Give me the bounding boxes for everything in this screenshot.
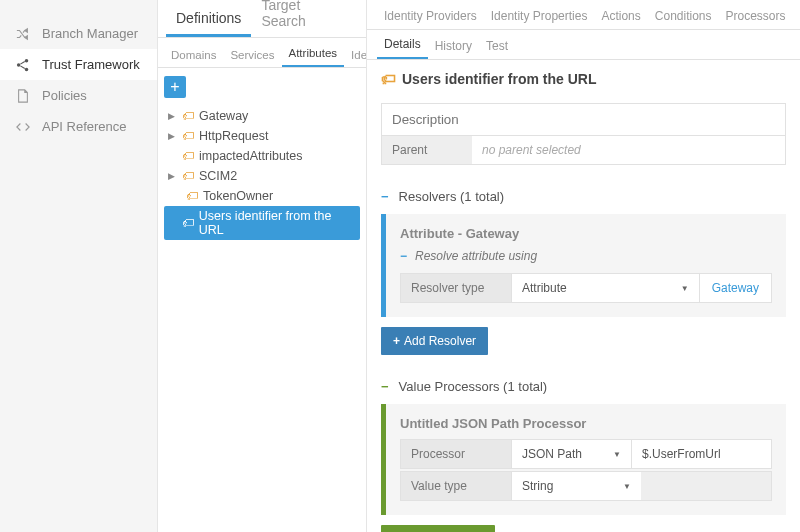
resolver-card: Attribute - Gateway − Resolve attribute …: [381, 214, 786, 317]
shuffle-icon: [14, 27, 32, 41]
tag-icon: 🏷: [182, 216, 195, 230]
detail-tab-details[interactable]: Details: [377, 37, 428, 59]
subtab-processors[interactable]: Processors: [719, 9, 793, 29]
nav-branch-manager[interactable]: Branch Manager: [0, 18, 157, 49]
subtab-identity-providers[interactable]: Identity Providers: [377, 9, 484, 29]
tag-icon: 🏷: [182, 129, 195, 143]
processor-select[interactable]: JSON Path ▼: [512, 440, 631, 468]
processor-row: Processor JSON Path ▼ $.UserFromUrl: [400, 439, 772, 469]
left-sidebar: Branch Manager Trust Framework Policies …: [0, 0, 158, 532]
tree-label: Gateway: [199, 109, 248, 123]
subtab-identity-properties[interactable]: Identity Properties: [484, 9, 595, 29]
svg-point-2: [25, 67, 29, 71]
sub-tabs: Domains Services Attributes Identity Cla…: [158, 38, 366, 68]
processor-card-title: Untitled JSON Path Processor: [400, 416, 772, 431]
processor-card: Untitled JSON Path Processor Processor J…: [381, 404, 786, 515]
subtab-attributes[interactable]: Attributes: [282, 47, 345, 67]
resolver-type-label: Resolver type: [401, 274, 511, 302]
collapse-icon[interactable]: −: [381, 189, 389, 204]
tag-icon: 🏷: [182, 169, 195, 183]
tree-item-users-identifier[interactable]: 🏷Users identifier from the URL: [164, 206, 360, 240]
tree-label: impactedAttributes: [199, 149, 303, 163]
detail-tab-history[interactable]: History: [428, 39, 479, 59]
tree-label: HttpRequest: [199, 129, 268, 143]
svg-point-1: [25, 58, 29, 62]
tree-label: SCIM2: [199, 169, 237, 183]
tag-icon: 🏷: [381, 70, 396, 87]
valuetype-label: Value type: [401, 472, 511, 500]
nav-api-reference[interactable]: API Reference: [0, 111, 157, 142]
svg-point-0: [17, 63, 21, 67]
tree-area: + ▶🏷Gateway ▶🏷HttpRequest 🏷impactedAttri…: [158, 68, 366, 248]
subtab-services[interactable]: Services: [223, 49, 281, 67]
resolvers-header[interactable]: − Resolvers (1 total): [381, 189, 786, 204]
tree-item-httprequest[interactable]: ▶🏷HttpRequest: [164, 126, 360, 146]
tree-item-gateway[interactable]: ▶🏷Gateway: [164, 106, 360, 126]
caret-icon: ▶: [168, 111, 178, 121]
tree-item-impacted[interactable]: 🏷impactedAttributes: [164, 146, 360, 166]
add-processor-button[interactable]: +Add Processor: [381, 525, 495, 532]
resolver-target-link[interactable]: Gateway: [699, 274, 771, 302]
detail-title-text: Users identifier from the URL: [402, 71, 596, 87]
subtab-actions[interactable]: Actions: [594, 9, 647, 29]
detail-tabs: Details History Test: [367, 30, 800, 60]
resolver-card-title: Attribute - Gateway: [400, 226, 772, 241]
top-tabs: Definitions Target Search: [158, 0, 366, 38]
tab-target-search[interactable]: Target Search: [251, 0, 358, 37]
detail-tab-test[interactable]: Test: [479, 39, 515, 59]
caret-icon: ▶: [168, 171, 178, 181]
tab-definitions[interactable]: Definitions: [166, 10, 251, 37]
tree-label: Users identifier from the URL: [199, 209, 356, 237]
chevron-down-icon: ▼: [623, 482, 631, 491]
subtab-identity-classes[interactable]: Identity Classes: [344, 49, 366, 67]
nav-trust-framework[interactable]: Trust Framework: [0, 49, 157, 80]
valuetype-row: Value type String ▼: [400, 471, 772, 501]
chevron-down-icon: ▼: [613, 450, 621, 459]
processor-label: Processor: [401, 440, 511, 468]
processor-expression-input[interactable]: $.UserFromUrl: [631, 440, 771, 468]
processors-header-text: Value Processors (1 total): [399, 379, 548, 394]
nav-label: Branch Manager: [42, 26, 138, 41]
subtab-domains[interactable]: Domains: [164, 49, 223, 67]
detail-panel: Identity Providers Identity Properties A…: [367, 0, 800, 532]
tag-icon: 🏷: [182, 149, 195, 163]
resolvers-header-text: Resolvers (1 total): [399, 189, 504, 204]
plus-icon: +: [393, 334, 400, 348]
document-icon: [14, 89, 32, 103]
nav-label: API Reference: [42, 119, 127, 134]
subtab-conditions[interactable]: Conditions: [648, 9, 719, 29]
detail-body: 🏷 Users identifier from the URL Parent n…: [367, 60, 800, 532]
processors-header[interactable]: − Value Processors (1 total): [381, 379, 786, 394]
caret-icon: ▶: [168, 131, 178, 141]
code-icon: [14, 120, 32, 134]
parent-row: Parent no parent selected: [381, 136, 786, 165]
chevron-down-icon: ▼: [681, 284, 689, 293]
resolvers-section: − Resolvers (1 total) Attribute - Gatewa…: [381, 189, 786, 355]
resolver-type-row: Resolver type Attribute ▼ Gateway: [400, 273, 772, 303]
tree-label: TokenOwner: [203, 189, 273, 203]
parent-value[interactable]: no parent selected: [472, 136, 785, 164]
collapse-icon[interactable]: −: [381, 379, 389, 394]
parent-label: Parent: [382, 136, 472, 164]
nav-policies[interactable]: Policies: [0, 80, 157, 111]
nav-label: Policies: [42, 88, 87, 103]
tag-icon: 🏷: [182, 109, 195, 123]
resolver-sub: − Resolve attribute using: [400, 249, 772, 263]
nav-label: Trust Framework: [42, 57, 140, 72]
add-button[interactable]: +: [164, 76, 186, 98]
collapse-icon[interactable]: −: [400, 249, 407, 263]
detail-title: 🏷 Users identifier from the URL: [381, 70, 786, 87]
description-input[interactable]: [381, 103, 786, 136]
tree-item-tokenowner[interactable]: 🏷TokenOwner: [164, 186, 360, 206]
center-panel: Definitions Target Search Domains Servic…: [158, 0, 367, 532]
valuetype-select[interactable]: String ▼: [512, 472, 641, 500]
right-top-subtabs: Identity Providers Identity Properties A…: [367, 0, 800, 30]
share-icon: [14, 58, 32, 72]
tag-icon: 🏷: [186, 189, 199, 203]
tree-item-scim2[interactable]: ▶🏷SCIM2: [164, 166, 360, 186]
resolver-type-select[interactable]: Attribute ▼: [512, 274, 699, 302]
add-resolver-button[interactable]: +Add Resolver: [381, 327, 488, 355]
processors-section: − Value Processors (1 total) Untitled JS…: [381, 379, 786, 532]
